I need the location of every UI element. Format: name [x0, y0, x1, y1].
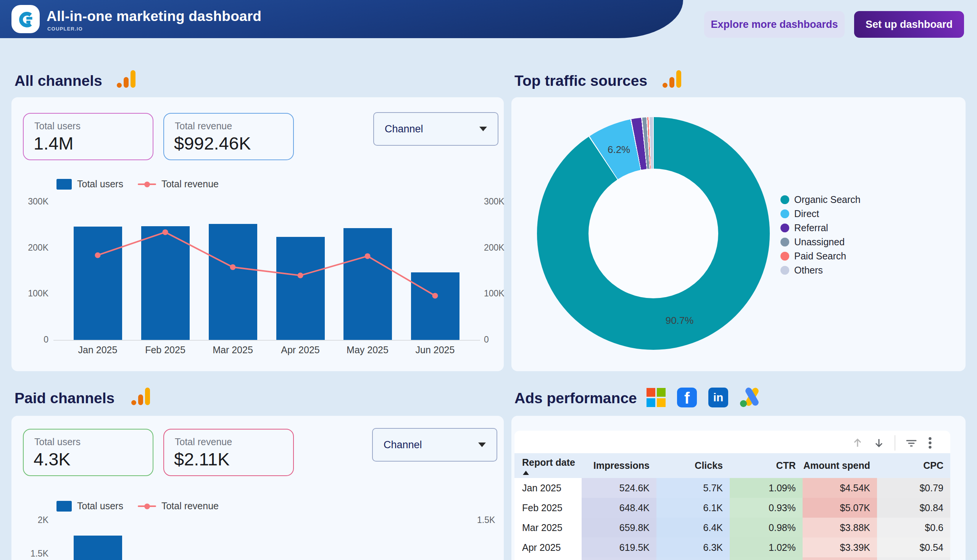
legend-label: Total revenue — [162, 178, 219, 190]
scorecard-label: Total users — [34, 437, 80, 447]
paid-channels-title: Paid channels — [15, 390, 115, 407]
table-cell: $3.39K — [803, 537, 877, 557]
google-ads-icon — [740, 388, 761, 407]
legend-line-swatch — [138, 501, 156, 512]
donut-legend-item[interactable]: Paid Search — [780, 249, 861, 263]
chart-legend[interactable]: Total usersTotal revenue — [57, 178, 219, 190]
legend-label: Organic Search — [794, 194, 861, 205]
set-up-dashboard-button[interactable]: Set up dashboard — [854, 11, 964, 38]
legend-label: Unassigned — [794, 237, 845, 248]
column-header-impressions[interactable]: Impressions — [581, 453, 656, 478]
table-cell: 1.09% — [730, 478, 803, 498]
ads-performance-title: Ads performance — [514, 390, 637, 407]
coupler-logo — [12, 5, 40, 33]
y-axis-tick-left: 300K — [10, 197, 48, 207]
linkedin-ads-icon: in — [708, 388, 728, 407]
column-header-cpc[interactable]: CPC — [877, 453, 950, 478]
legend-label: Total users — [77, 178, 123, 190]
legend-label: Others — [794, 265, 823, 276]
paid-chart-legend[interactable]: Total usersTotal revenue — [57, 500, 219, 512]
scorecard-label: Total users — [34, 120, 80, 132]
top-traffic-sources-title: Top traffic sources — [514, 72, 647, 89]
line-point[interactable] — [298, 273, 303, 278]
column-header-ctr[interactable]: CTR — [730, 453, 803, 478]
y-axis-tick-right: 1.5K — [477, 515, 515, 525]
donut-hole — [588, 168, 718, 298]
line-point[interactable] — [163, 229, 168, 235]
donut-legend-item[interactable]: Others — [780, 263, 861, 277]
all-channels-title: All channels — [15, 72, 102, 89]
google-analytics-icon — [117, 70, 137, 88]
filter-icon[interactable] — [905, 437, 917, 449]
donut-legend-item[interactable]: Unassigned — [780, 235, 861, 249]
legend-label: Total users — [77, 500, 123, 512]
sort-up-icon[interactable] — [852, 437, 863, 448]
scorecard-value: $992.46K — [174, 133, 251, 154]
facebook-ads-icon: f — [677, 388, 697, 407]
table-partial-row-cell — [514, 557, 581, 560]
paid-total-revenue-scorecard: Total revenue $2.11K — [163, 429, 294, 476]
table-toolbar — [852, 435, 933, 451]
y-axis-tick-left: 100K — [10, 288, 48, 299]
legend-dot-icon — [780, 238, 789, 247]
table-cell: $0.79 — [877, 478, 950, 498]
sort-ascending-icon — [523, 471, 529, 475]
table-cell: 5.7K — [656, 478, 730, 498]
table-cell: $0.54 — [877, 537, 950, 557]
google-analytics-icon — [663, 70, 682, 88]
legend-bar-swatch — [57, 501, 72, 512]
table-row-date: Feb 2025 — [514, 498, 581, 518]
table-row-date: Jan 2025 — [514, 478, 581, 498]
more-options-icon[interactable] — [927, 437, 933, 449]
column-header-report-date[interactable]: Report date — [514, 455, 581, 470]
donut-legend-item[interactable]: Referral — [780, 221, 861, 235]
coupler-logo-icon — [16, 9, 35, 29]
scorecard-label: Total revenue — [175, 437, 232, 447]
ads-platform-icons: f in — [646, 388, 761, 407]
scorecard-label: Total revenue — [175, 120, 232, 132]
explore-more-dashboards-button[interactable]: Explore more dashboards — [704, 11, 845, 38]
total-revenue-scorecard: Total revenue $992.46K — [163, 113, 294, 160]
line-point[interactable] — [230, 264, 236, 270]
sort-down-icon[interactable] — [873, 437, 885, 448]
table-cell: 6.3K — [656, 537, 730, 557]
table-partial-row-cell — [730, 557, 803, 560]
page-title: All-in-one marketing dashboard — [47, 8, 261, 24]
legend-label: Total revenue — [162, 500, 219, 512]
line-point[interactable] — [433, 293, 438, 299]
legend-dot-icon — [780, 195, 789, 204]
table-row-date: Mar 2025 — [514, 518, 581, 537]
google-analytics-icon — [131, 388, 151, 406]
slice-label: 6.2% — [608, 143, 630, 155]
table-partial-row-cell — [656, 557, 730, 560]
table-cell: $0.6 — [877, 518, 950, 537]
channel-filter-dropdown[interactable]: Channel — [373, 112, 498, 146]
legend-label: Direct — [794, 208, 819, 219]
dropdown-label: Channel — [384, 439, 422, 451]
legend-label: Paid Search — [794, 251, 846, 262]
paid-channel-filter-dropdown[interactable]: Channel — [372, 428, 497, 462]
chevron-down-icon — [479, 127, 487, 131]
scorecard-value: $2.11K — [174, 448, 229, 470]
table-cell: $3.88K — [803, 518, 877, 537]
donut-legend-item[interactable]: Organic Search — [780, 193, 861, 207]
app-header: All-in-one marketing dashboard COUPLER.I… — [0, 0, 683, 38]
line-point[interactable] — [365, 253, 371, 259]
column-header-clicks[interactable]: Clicks — [656, 453, 730, 478]
table-cell: 1.02% — [730, 537, 803, 557]
table-cell: 6.4K — [656, 518, 730, 537]
table-cell: 0.93% — [730, 498, 803, 518]
total-revenue-line — [53, 198, 496, 351]
table-cell: $4.54K — [803, 478, 877, 498]
legend-dot-icon — [780, 210, 789, 218]
legend-dot-icon — [780, 266, 789, 275]
column-header-amount-spend[interactable]: Amount spend — [803, 453, 877, 478]
legend-dot-icon — [780, 252, 789, 260]
table-cell: 659.8K — [581, 518, 656, 537]
paid-total-users-bar[interactable] — [73, 536, 122, 560]
line-point[interactable] — [95, 252, 101, 258]
donut-legend-item[interactable]: Direct — [780, 207, 861, 221]
total-users-scorecard: Total users 1.4M — [23, 113, 154, 160]
scorecard-value: 4.3K — [33, 448, 70, 470]
y-axis-tick-left: 1.5K — [10, 548, 48, 559]
